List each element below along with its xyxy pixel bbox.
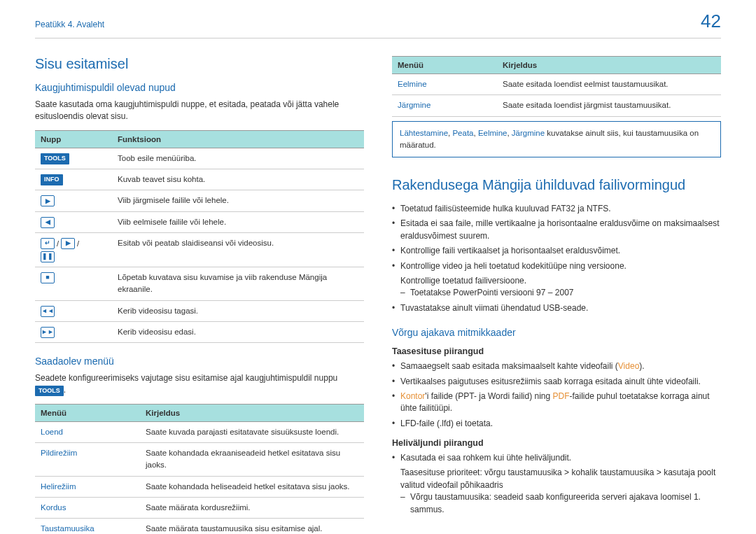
right-column: Menüü Kirjeldus EelmineSaate esitada loe… xyxy=(392,56,721,534)
list-item: Kontor'i failide (PPT- ja Wordi failid) … xyxy=(392,391,721,415)
cell: Toob esile menüüriba. xyxy=(112,148,364,169)
sub-item: Võrgu taustamuusika: seadeid saab konfig… xyxy=(400,491,721,516)
page-header: Peatükk 4. Avaleht 42 xyxy=(35,10,721,38)
section-formats: Rakendusega Mängija ühilduvad failivormi… xyxy=(392,177,721,193)
audio-list: Kasutada ei saa rohkem kui ühte helivälj… xyxy=(392,452,721,516)
cell: Kerib videosisu tagasi. xyxy=(112,300,364,321)
table-row: INFO Kuvab teavet sisu kohta. xyxy=(35,169,364,190)
th-function: Funktsioon xyxy=(112,130,364,148)
buttons-table: Nupp Funktsioon TOOLS Toob esile menüüri… xyxy=(35,130,364,343)
table-row: JärgmineSaate esitada loendist järgmist … xyxy=(392,95,721,116)
enter-icon: ↵ xyxy=(41,238,55,249)
th-desc: Kirjeldus xyxy=(497,57,721,74)
table-row: PildirežiimSaate kohandada ekraaniseadei… xyxy=(35,443,364,477)
page: Peatükk 4. Avaleht 42 Sisu esitamisel Ka… xyxy=(0,0,756,534)
subsection-remote: Kaugjuhtimispuldil olevad nupud xyxy=(35,82,364,93)
format-list: Toetatud failisüsteemide hulka kuuluvad … xyxy=(392,203,721,314)
pause-icon: ❚❚ xyxy=(41,251,55,262)
rewind-icon: ◄◄ xyxy=(41,306,55,317)
tools-badge-inline: TOOLS xyxy=(35,386,64,396)
table-row: TOOLS Toob esile menüüriba. xyxy=(35,148,364,169)
menu-table-cont: Menüü Kirjeldus EelmineSaate esitada loe… xyxy=(392,56,721,117)
list-item: Toetatud failisüsteemide hulka kuuluvad … xyxy=(392,203,721,215)
table-row: ■ Lõpetab kuvatava sisu kuvamise ja viib… xyxy=(35,267,364,301)
cell: Esitab või peatab slaidiseansi või video… xyxy=(112,232,364,267)
stop-icon: ■ xyxy=(41,272,55,283)
th-menu: Menüü xyxy=(392,57,497,74)
heading-playback: Taasesituse piirangud xyxy=(392,346,721,356)
chapter-label: Peatükk 4. Avaleht xyxy=(35,20,104,29)
prev-icon: ◀ xyxy=(41,217,55,228)
list-item: LFD-faile (.lfd) ei toetata. xyxy=(392,418,721,430)
content-columns: Sisu esitamisel Kaugjuhtimispuldil oleva… xyxy=(35,56,721,534)
list-item: Vertikaalses paigutuses esitusrežiimis s… xyxy=(392,376,721,388)
cell: Kuvab teavet sisu kohta. xyxy=(112,169,364,190)
list-item: Samaaegselt saab esitada maksimaalselt k… xyxy=(392,360,721,372)
menu-description: Seadete konfigureerimiseks vajutage sisu… xyxy=(35,372,364,397)
table-row: LoendSaate kuvada parajasti esitatavate … xyxy=(35,421,364,442)
play-pause-icons: ↵/▶/❚❚ xyxy=(35,232,112,267)
list-item: Kontrollige video ja heli toetatud kodek… xyxy=(392,260,721,272)
table-row: ◄◄ Kerib videosisu tagasi. xyxy=(35,300,364,321)
left-column: Sisu esitamisel Kaugjuhtimispuldil oleva… xyxy=(35,56,364,534)
list-item: Kasutada ei saa rohkem kui ühte helivälj… xyxy=(392,452,721,464)
table-row: ►► Kerib videosisu edasi. xyxy=(35,321,364,342)
next-icon: ▶ xyxy=(41,195,55,206)
list-item: Esitada ei saa faile, mille vertikaalne … xyxy=(392,218,721,242)
subsection-menu: Saadaolev menüü xyxy=(35,356,364,367)
playback-list: Samaaegselt saab esitada maksimaalselt k… xyxy=(392,360,721,430)
info-badge: INFO xyxy=(41,174,63,185)
cell: Viib järgmisele failile või lehele. xyxy=(112,190,364,211)
sub-item: Toetatakse PowerPointi versiooni 97 – 20… xyxy=(400,287,721,299)
table-row: HelirežiimSaate kohandada heliseadeid he… xyxy=(35,476,364,497)
th-desc: Kirjeldus xyxy=(140,404,364,421)
cell: Viib eelmisele failile või lehele. xyxy=(112,211,364,232)
play-icon: ▶ xyxy=(61,238,75,249)
list-item: Taasesituse prioriteet: võrgu taustamuus… xyxy=(392,467,721,516)
table-row: ◀ Viib eelmisele failile või lehele. xyxy=(35,211,364,232)
section-title: Sisu esitamisel xyxy=(35,56,364,72)
cell: Kerib videosisu edasi. xyxy=(112,321,364,342)
table-row: ▶ Viib järgmisele failile või lehele. xyxy=(35,190,364,211)
cell: Lõpetab kuvatava sisu kuvamise ja viib r… xyxy=(112,267,364,301)
subsection-network: Võrgu ajakava mitmikkaader xyxy=(392,327,721,338)
list-item: Kontrollige toetatud failiversioone. Toe… xyxy=(392,275,721,300)
forward-icon: ►► xyxy=(41,327,55,338)
list-item: Kontrollige faili vertikaalset ja horiso… xyxy=(392,245,721,257)
tools-badge: TOOLS xyxy=(41,153,69,164)
list-item: Tuvastatakse ainult viimati ühendatud US… xyxy=(392,302,721,314)
th-button: Nupp xyxy=(35,130,112,148)
note-box: Lähtestamine, Peata, Eelmine, Järgmine k… xyxy=(392,121,721,158)
table-row: EelmineSaate esitada loendist eelmist ta… xyxy=(392,74,721,95)
th-menu: Menüü xyxy=(35,404,140,421)
page-number: 42 xyxy=(701,10,721,32)
table-row: KordusSaate määrata kordusrežiimi. xyxy=(35,497,364,518)
remote-description: Saate kasutada oma kaugjuhtimispuldi nup… xyxy=(35,99,364,123)
table-row: TaustamuusikaSaate määrata taustamuusika… xyxy=(35,519,364,534)
heading-audio: Heliväljundi piirangud xyxy=(392,438,721,448)
table-row: ↵/▶/❚❚ Esitab või peatab slaidiseansi võ… xyxy=(35,232,364,267)
menu-table: Menüü Kirjeldus LoendSaate kuvada paraja… xyxy=(35,404,364,534)
